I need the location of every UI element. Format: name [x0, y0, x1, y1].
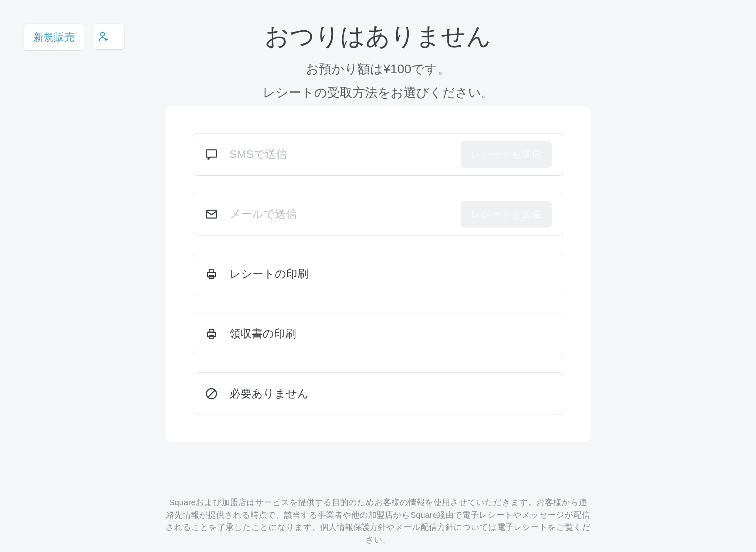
receipt-options-card: レシートを送信 レシートを送信 レシートの印刷 [165, 106, 591, 442]
sms-option-row[interactable]: レシートを送信 [193, 133, 563, 176]
svg-line-9 [208, 391, 215, 397]
envelope-icon [204, 207, 219, 221]
page-title: おつりはありません [0, 20, 756, 53]
sms-input[interactable] [230, 148, 461, 161]
svg-rect-6 [209, 330, 213, 332]
printer-icon [204, 267, 219, 281]
chat-bubble-icon [204, 147, 219, 161]
deposit-subtitle: お預かり額は¥100です。 [0, 61, 756, 78]
no-receipt-row[interactable]: 必要ありません [193, 372, 563, 415]
print-receipt-label: レシートの印刷 [230, 267, 552, 282]
email-input[interactable] [230, 208, 461, 220]
sms-send-button[interactable]: レシートを送信 [461, 141, 552, 168]
footer-disclaimer: Squareおよび加盟店はサービスを提供する目的のためお客様の情報を使用させてい… [165, 496, 591, 546]
printer-icon [204, 327, 219, 341]
print-invoice-label: 領収書の印刷 [230, 326, 552, 341]
header-section: おつりはありません お預かり額は¥100です。 レシートの受取方法をお選びくださ… [0, 20, 756, 102]
email-option-row[interactable]: レシートを送信 [193, 193, 563, 235]
no-receipt-label: 必要ありません [230, 386, 552, 401]
print-receipt-row[interactable]: レシートの印刷 [193, 253, 563, 295]
email-send-button[interactable]: レシートを送信 [461, 201, 552, 228]
prohibit-icon [204, 387, 219, 401]
instruction-text: レシートの受取方法をお選びください。 [0, 84, 756, 102]
print-invoice-row[interactable]: 領収書の印刷 [193, 313, 563, 355]
svg-rect-3 [209, 270, 213, 272]
